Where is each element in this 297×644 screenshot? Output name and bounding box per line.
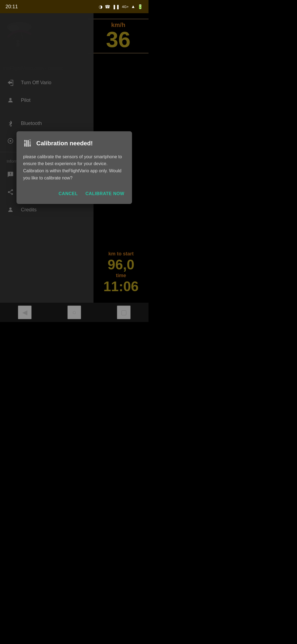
status-icons: ◑ ☎ ❚❚ 4G+ ▲ 🔋 (99, 4, 143, 9)
calibrate-now-button[interactable]: CALIBRATE NOW (84, 189, 125, 198)
status-bar: 20:11 ◑ ☎ ❚❚ 4G+ ▲ 🔋 (0, 0, 148, 13)
signal-icon: ▲ (131, 4, 135, 9)
dialog-body: please calibrate the sensors of your sma… (23, 153, 125, 181)
dialog-title: Calibration needed! (36, 140, 93, 147)
cancel-button[interactable]: CANCEL (57, 189, 79, 198)
network-icon: 4G+ (122, 5, 129, 9)
dialog-title-row: Calibration needed! (23, 139, 125, 148)
battery-icon: 🔋 (138, 4, 143, 9)
vibrate-icon: ❚❚ (112, 4, 120, 9)
calibration-icon (23, 139, 32, 148)
brightness-icon: ◑ (99, 4, 103, 9)
dialog-overlay: Calibration needed! please calibrate the… (0, 13, 148, 322)
status-time: 20:11 (6, 4, 18, 10)
headset-icon: ☎ (105, 4, 110, 9)
app-background: km/h 36 theFlightVario.com - classic (0, 13, 148, 322)
dialog-actions: CANCEL CALIBRATE NOW (23, 189, 125, 198)
calibration-dialog: Calibration needed! please calibrate the… (16, 131, 132, 204)
